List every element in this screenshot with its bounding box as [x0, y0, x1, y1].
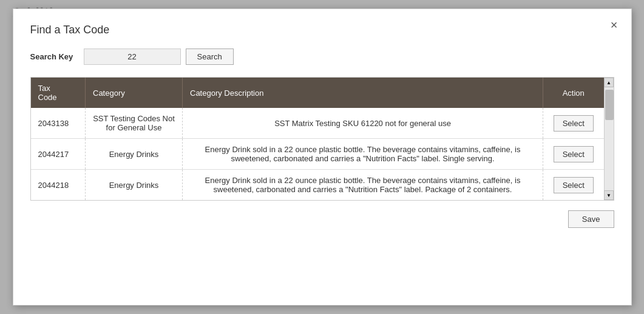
- scroll-down-arrow[interactable]: ▼: [604, 190, 614, 200]
- scrollbar[interactable]: ▲ ▼: [604, 78, 614, 200]
- modal-title: Find a Tax Code: [30, 24, 614, 36]
- scroll-track: [605, 87, 614, 190]
- search-input[interactable]: [84, 48, 181, 65]
- modal-close-button[interactable]: ×: [607, 18, 622, 32]
- table-outer: TaxCode Category Category Description Ac…: [30, 77, 614, 201]
- cell-taxcode: 2044218: [31, 170, 86, 201]
- col-header-category: Category: [86, 78, 183, 108]
- search-key-label: Search Key: [30, 52, 79, 61]
- select-button-row-0[interactable]: Select: [554, 115, 594, 132]
- backdrop: Addition Find a Tax Code × Search Key Se…: [0, 0, 644, 314]
- col-header-action: Action: [543, 78, 604, 108]
- footer-row: Save: [30, 210, 614, 228]
- table-header-row: TaxCode Category Category Description Ac…: [31, 78, 604, 108]
- select-button-row-2[interactable]: Select: [554, 177, 594, 193]
- search-row: Search Key Search: [30, 48, 614, 65]
- cell-category: Energy Drinks: [86, 170, 183, 201]
- cell-description: Energy Drink sold in a 22 ounce plastic …: [183, 170, 543, 201]
- table-row: 2044217Energy DrinksEnergy Drink sold in…: [31, 139, 604, 170]
- cell-category: Energy Drinks: [86, 139, 183, 170]
- col-header-description: Category Description: [183, 78, 543, 108]
- search-button[interactable]: Search: [186, 48, 234, 65]
- cell-taxcode: 2043138: [31, 108, 86, 139]
- scroll-up-arrow[interactable]: ▲: [604, 78, 614, 87]
- modal-overlay: Find a Tax Code × Search Key Search TaxC…: [0, 0, 644, 314]
- save-button[interactable]: Save: [568, 210, 614, 228]
- cell-category: SST Testing Codes Not for General Use: [86, 108, 183, 139]
- col-header-taxcode: TaxCode: [31, 78, 86, 108]
- cell-description: Energy Drink sold in a 22 ounce plastic …: [183, 139, 543, 170]
- select-button-row-1[interactable]: Select: [554, 146, 594, 162]
- table-scroll[interactable]: TaxCode Category Category Description Ac…: [31, 78, 604, 200]
- cell-description: SST Matrix Testing SKU 61220 not for gen…: [183, 108, 543, 139]
- cell-action: Select: [543, 170, 604, 201]
- modal-container: Find a Tax Code × Search Key Search TaxC…: [13, 8, 632, 306]
- cell-action: Select: [543, 139, 604, 170]
- results-table: TaxCode Category Category Description Ac…: [31, 78, 604, 200]
- table-row: 2043138SST Testing Codes Not for General…: [31, 108, 604, 139]
- scroll-thumb: [605, 90, 614, 120]
- table-row: 2044218Energy DrinksEnergy Drink sold in…: [31, 170, 604, 201]
- cell-action: Select: [543, 108, 604, 139]
- cell-taxcode: 2044217: [31, 139, 86, 170]
